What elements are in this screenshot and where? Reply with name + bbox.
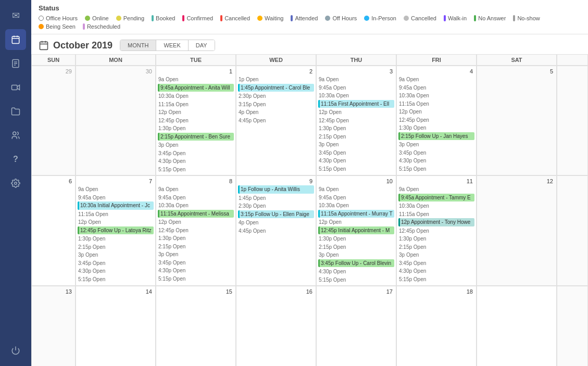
slot-oct10-7[interactable]: 1:30p Open xyxy=(318,235,394,243)
video-icon[interactable] xyxy=(5,77,26,98)
slot-oct7-11[interactable]: 4:30p Open xyxy=(78,267,154,275)
slot-oct11-9[interactable]: 3p Open xyxy=(398,251,474,259)
slot-oct11-6[interactable]: 12:45p Open xyxy=(398,227,474,235)
slot-oct4-8[interactable]: 2:15p Follow Up - Jan Hayes xyxy=(398,132,474,141)
slot-oct8-12[interactable]: 5:15p Open xyxy=(158,275,234,283)
slot-oct7-1[interactable]: 9a Open xyxy=(78,185,154,194)
slot-oct2-5[interactable]: 4p Open xyxy=(238,108,314,117)
day-cell-oct1[interactable]: 1 9a Open 9:45a Appointment - Anita Will… xyxy=(156,66,236,175)
slot-oct4-7[interactable]: 1:30p Open xyxy=(398,124,474,132)
slot-oct11-3[interactable]: 10:30a Open xyxy=(398,202,474,210)
slot-oct4-9[interactable]: 3p Open xyxy=(398,141,474,149)
slot-oct1-5[interactable]: 12p Open xyxy=(158,108,234,117)
slot-oct11-11[interactable]: 4:30p Open xyxy=(398,267,474,275)
slot-oct3-8[interactable]: 2:15p Open xyxy=(318,133,394,141)
slot-oct11-2[interactable]: 9:45a Appointment - Tammy E xyxy=(398,194,474,202)
slot-oct2-2[interactable]: 1:45p Appointment - Carol Ble xyxy=(238,84,314,92)
slot-oct11-12[interactable]: 5:15p Open xyxy=(398,275,474,284)
slot-oct3-10[interactable]: 3:45p Open xyxy=(318,149,394,157)
slot-oct7-2[interactable]: 9:45a Open xyxy=(78,194,154,202)
slot-oct7-12[interactable]: 5:15p Open xyxy=(78,275,154,284)
slot-oct8-4[interactable]: 11:15a Appointment - Melissa xyxy=(158,210,234,218)
slot-oct10-4[interactable]: 11:15a Appointment - Murray T xyxy=(318,210,394,218)
slot-oct10-2[interactable]: 9:45a Open xyxy=(318,194,394,202)
slot-oct11-8[interactable]: 2:15p Open xyxy=(398,243,474,251)
slot-oct4-3[interactable]: 10:30a Open xyxy=(398,92,474,100)
slot-oct4-11[interactable]: 4:30p Open xyxy=(398,157,474,165)
slot-oct1-1[interactable]: 9a Open xyxy=(158,75,234,84)
slot-oct10-12[interactable]: 5:15p Open xyxy=(318,276,394,284)
day-cell-oct6[interactable]: 6 xyxy=(31,175,76,286)
slot-oct4-12[interactable]: 5:15p Open xyxy=(398,165,474,173)
slot-oct3-9[interactable]: 3p Open xyxy=(318,141,394,149)
day-cell-oct13[interactable]: 13 xyxy=(31,286,76,366)
slot-oct10-5[interactable]: 12p Open xyxy=(318,218,394,226)
slot-oct1-6[interactable]: 12:45p Open xyxy=(158,117,234,125)
day-cell-oct17[interactable]: 17 xyxy=(316,286,396,366)
slot-oct10-1[interactable]: 9a Open xyxy=(318,185,394,194)
day-cell-oct7[interactable]: 7 9a Open 9:45a Open 10:30a Initial Appo… xyxy=(76,175,156,286)
slot-oct10-9[interactable]: 3p Open xyxy=(318,251,394,259)
slot-oct7-7[interactable]: 1:30p Open xyxy=(78,235,154,243)
day-cell-oct3[interactable]: 3 9a Open 9:45a Open 10:30a Open 11:15a … xyxy=(316,66,396,175)
day-cell-oct10[interactable]: 10 9a Open 9:45a Open 10:30a Open 11:15a… xyxy=(316,175,396,286)
slot-oct9-2[interactable]: 1:45p Open xyxy=(238,194,314,203)
day-cell-oct9[interactable]: 9 1p Follow up - Anita Willis 1:45p Open… xyxy=(236,175,316,286)
users-icon[interactable] xyxy=(5,125,26,146)
day-cell-oct12[interactable]: 12 xyxy=(477,175,557,286)
day-cell-sep30[interactable]: 30 xyxy=(76,66,156,175)
month-view-button[interactable]: MONTH xyxy=(120,40,156,51)
day-cell-oct4[interactable]: 4 9a Open 9:45a Open 10:30a Open 11:15a … xyxy=(396,66,477,175)
slot-oct4-4[interactable]: 11:15a Open xyxy=(398,100,474,108)
slot-oct2-3[interactable]: 2:30p Open xyxy=(238,92,314,100)
slot-oct7-3[interactable]: 10:30a Initial Appointment - Jc xyxy=(78,201,154,210)
slot-oct3-2[interactable]: 9:45a Open xyxy=(318,84,394,92)
slot-oct1-10[interactable]: 3:45p Open xyxy=(158,149,234,158)
day-cell-oct11[interactable]: 11 9a Open 9:45a Appointment - Tammy E 1… xyxy=(396,175,477,286)
slot-oct9-5[interactable]: 4p Open xyxy=(238,219,314,227)
slot-oct3-1[interactable]: 9a Open xyxy=(318,75,394,84)
slot-oct10-3[interactable]: 10:30a Open xyxy=(318,201,394,210)
slot-oct9-1[interactable]: 1p Follow up - Anita Willis xyxy=(238,185,314,194)
slot-oct10-6[interactable]: 12:45p Initial Appointment - M xyxy=(318,226,394,235)
document-icon[interactable] xyxy=(5,53,26,74)
day-cell-oct2[interactable]: 2 1p Open 1:45p Appointment - Carol Ble … xyxy=(236,66,316,175)
slot-oct8-6[interactable]: 12:45p Open xyxy=(158,226,234,235)
slot-oct11-7[interactable]: 1:30p Open xyxy=(398,235,474,243)
day-view-button[interactable]: DAY xyxy=(189,40,215,51)
slot-oct11-5[interactable]: 12p Appointment - Tony Howe xyxy=(398,218,474,226)
power-icon[interactable] xyxy=(5,340,26,361)
calendar-icon[interactable] xyxy=(5,29,26,50)
slot-oct1-3[interactable]: 10:30a Open xyxy=(158,92,234,100)
slot-oct3-7[interactable]: 1:30p Open xyxy=(318,124,394,133)
slot-oct10-11[interactable]: 4:30p Open xyxy=(318,268,394,276)
slot-oct4-10[interactable]: 3:45p Open xyxy=(398,149,474,157)
slot-oct8-8[interactable]: 2:15p Open xyxy=(158,243,234,251)
slot-oct4-6[interactable]: 12:45p Open xyxy=(398,116,474,124)
week-view-button[interactable]: WEEK xyxy=(156,40,188,51)
slot-oct8-10[interactable]: 3:45p Open xyxy=(158,259,234,267)
slot-oct3-12[interactable]: 5:15p Open xyxy=(318,165,394,173)
slot-oct3-6[interactable]: 12:45p Open xyxy=(318,117,394,125)
slot-oct1-7[interactable]: 1:30p Open xyxy=(158,124,234,133)
slot-oct1-9[interactable]: 3p Open xyxy=(158,141,234,149)
slot-oct8-5[interactable]: 12p Open xyxy=(158,218,234,226)
slot-oct7-8[interactable]: 2:15p Open xyxy=(78,243,154,251)
day-cell-oct19[interactable] xyxy=(477,286,557,366)
slot-oct1-11[interactable]: 4:30p Open xyxy=(158,157,234,166)
day-cell-oct15[interactable]: 15 xyxy=(156,286,236,366)
slot-oct3-11[interactable]: 4:30p Open xyxy=(318,157,394,165)
slot-oct9-4[interactable]: 3:15p Follow Up - Ellen Paige xyxy=(238,210,314,219)
day-cell-oct18[interactable]: 18 xyxy=(396,286,477,366)
slot-oct1-2[interactable]: 9:45a Appointment - Anita Will xyxy=(158,84,234,92)
help-icon[interactable]: ? xyxy=(5,149,26,170)
slot-oct8-1[interactable]: 9a Open xyxy=(158,185,234,194)
slot-oct10-8[interactable]: 2:15p Open xyxy=(318,243,394,251)
slot-oct7-6[interactable]: 12:45p Follow Up - Latoya Ritz xyxy=(78,226,154,235)
slot-oct8-2[interactable]: 9:45a Open xyxy=(158,194,234,202)
slot-oct8-9[interactable]: 3p Open xyxy=(158,250,234,259)
slot-oct11-10[interactable]: 3:45p Open xyxy=(398,259,474,268)
slot-oct1-8[interactable]: 2:15p Appointment - Ben Sure xyxy=(158,133,234,141)
day-cell-oct14[interactable]: 14 xyxy=(76,286,156,366)
slot-oct3-3[interactable]: 10:30a Open xyxy=(318,92,394,100)
